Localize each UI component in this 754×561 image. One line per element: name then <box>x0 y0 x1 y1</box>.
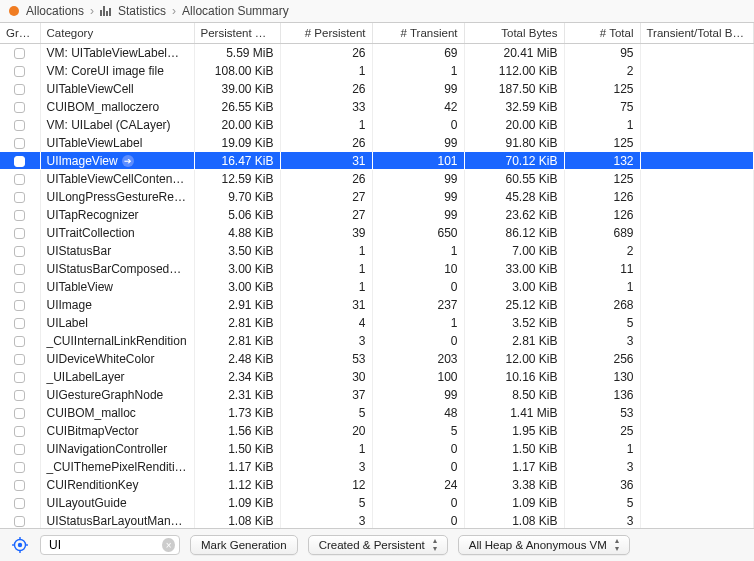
graph-checkbox[interactable] <box>14 66 25 77</box>
graph-cell <box>0 134 40 152</box>
total-bytes-cell: 1.09 KiB <box>464 494 564 512</box>
graph-cell <box>0 458 40 476</box>
mark-generation-button[interactable]: Mark Generation <box>190 535 298 555</box>
table-row[interactable]: UIStatusBarComposedD…3.00 KiB11033.00 Ki… <box>0 260 754 278</box>
graph-cell <box>0 314 40 332</box>
graph-checkbox[interactable] <box>14 390 25 401</box>
col-transient-total[interactable]: Transient/Total Bytes <box>640 23 754 44</box>
graph-checkbox[interactable] <box>14 444 25 455</box>
search-field[interactable]: × <box>40 535 180 555</box>
table-row[interactable]: UILayoutGuide1.09 KiB501.09 KiB5 <box>0 494 754 512</box>
table-row[interactable]: UIStatusBar3.50 KiB117.00 KiB2 <box>0 242 754 260</box>
graph-checkbox[interactable] <box>14 336 25 347</box>
category-cell: _CUIThemePixelRendition <box>40 458 194 476</box>
table-row[interactable]: _CUIThemePixelRendition1.17 KiB301.17 Ki… <box>0 458 754 476</box>
persistent-bytes-cell: 2.81 KiB <box>194 314 280 332</box>
graph-checkbox[interactable] <box>14 156 25 167</box>
graph-checkbox[interactable] <box>14 408 25 419</box>
table-row[interactable]: UIStatusBarLayoutMana…1.08 KiB301.08 KiB… <box>0 512 754 529</box>
heap-select[interactable]: All Heap & Anonymous VM ▴▾ <box>458 535 630 555</box>
category-cell: UIImage <box>40 296 194 314</box>
clear-search-icon[interactable]: × <box>162 538 175 552</box>
search-input[interactable] <box>45 538 162 552</box>
table-row[interactable]: CUIRenditionKey1.12 KiB12243.38 KiB36 <box>0 476 754 494</box>
graph-checkbox[interactable] <box>14 192 25 203</box>
n-transient-cell: 0 <box>372 512 464 529</box>
graph-checkbox[interactable] <box>14 318 25 329</box>
table-row[interactable]: UITableView3.00 KiB103.00 KiB1 <box>0 278 754 296</box>
graph-checkbox[interactable] <box>14 354 25 365</box>
scope-select[interactable]: Created & Persistent ▴▾ <box>308 535 448 555</box>
table-row[interactable]: UIImage2.91 KiB3123725.12 KiB268 <box>0 296 754 314</box>
table-row[interactable]: UITraitCollection4.88 KiB3965086.12 KiB6… <box>0 224 754 242</box>
total-bytes-cell: 23.62 KiB <box>464 206 564 224</box>
table-row[interactable]: UITableViewCellContent…12.59 KiB269960.5… <box>0 170 754 188</box>
graph-cell <box>0 422 40 440</box>
graph-checkbox[interactable] <box>14 228 25 239</box>
table-row[interactable]: CUIBOM_malloczero26.55 KiB334232.59 KiB7… <box>0 98 754 116</box>
graph-cell <box>0 206 40 224</box>
n-transient-cell: 0 <box>372 494 464 512</box>
graph-checkbox[interactable] <box>14 48 25 59</box>
table-row[interactable]: _CUIInternalLinkRendition2.81 KiB302.81 … <box>0 332 754 350</box>
persistent-bytes-cell: 39.00 KiB <box>194 80 280 98</box>
category-label: UITableViewLabel <box>47 136 143 150</box>
graph-checkbox[interactable] <box>14 462 25 473</box>
table-row[interactable]: UITapRecognizer5.06 KiB279923.62 KiB126 <box>0 206 754 224</box>
col-persistent-bytes[interactable]: Persistent B…⌄ <box>194 23 280 44</box>
table-row[interactable]: CUIBitmapVector1.56 KiB2051.95 KiB25 <box>0 422 754 440</box>
breadcrumb-item-2[interactable]: Statistics <box>118 4 166 18</box>
graph-checkbox[interactable] <box>14 498 25 509</box>
graph-checkbox[interactable] <box>14 120 25 131</box>
graph-cell <box>0 80 40 98</box>
graph-checkbox[interactable] <box>14 480 25 491</box>
table-row[interactable]: VM: UILabel (CALayer)20.00 KiB1020.00 Ki… <box>0 116 754 134</box>
graph-cell <box>0 188 40 206</box>
focus-arrow-icon[interactable]: ➔ <box>183 47 194 59</box>
table-row[interactable]: UITableViewCell39.00 KiB2699187.50 KiB12… <box>0 80 754 98</box>
allocation-table-wrap[interactable]: Graph Category Persistent B…⌄ # Persiste… <box>0 23 754 528</box>
persistent-bytes-cell: 9.70 KiB <box>194 188 280 206</box>
col-category[interactable]: Category <box>40 23 194 44</box>
focus-arrow-icon[interactable]: ➔ <box>122 155 134 167</box>
col-n-persistent[interactable]: # Persistent <box>280 23 372 44</box>
persistent-bytes-cell: 5.59 MiB <box>194 44 280 62</box>
total-bytes-cell: 1.95 KiB <box>464 422 564 440</box>
graph-checkbox[interactable] <box>14 372 25 383</box>
table-row[interactable]: VM: UITableViewLabel…➔5.59 MiB266920.41 … <box>0 44 754 62</box>
col-n-transient[interactable]: # Transient <box>372 23 464 44</box>
table-row[interactable]: VM: CoreUI image file108.00 KiB11112.00 … <box>0 62 754 80</box>
col-n-total[interactable]: # Total <box>564 23 640 44</box>
graph-checkbox[interactable] <box>14 282 25 293</box>
graph-checkbox[interactable] <box>14 246 25 257</box>
category-cell: _UILabelLayer <box>40 368 194 386</box>
graph-checkbox[interactable] <box>14 426 25 437</box>
breadcrumb-item-3[interactable]: Allocation Summary <box>182 4 289 18</box>
transient-total-cell <box>640 260 754 278</box>
filter-scope-button[interactable] <box>10 535 30 555</box>
graph-checkbox[interactable] <box>14 174 25 185</box>
graph-checkbox[interactable] <box>14 264 25 275</box>
table-row[interactable]: CUIBOM_malloc1.73 KiB5481.41 MiB53 <box>0 404 754 422</box>
graph-checkbox[interactable] <box>14 516 25 527</box>
table-row[interactable]: UIImageView➔16.47 KiB3110170.12 KiB132 <box>0 152 754 170</box>
table-row[interactable]: UITableViewLabel19.09 KiB269991.80 KiB12… <box>0 134 754 152</box>
table-row[interactable]: UIDeviceWhiteColor2.48 KiB5320312.00 KiB… <box>0 350 754 368</box>
graph-checkbox[interactable] <box>14 210 25 221</box>
persistent-bytes-cell: 3.50 KiB <box>194 242 280 260</box>
graph-checkbox[interactable] <box>14 300 25 311</box>
table-row[interactable]: UILongPressGestureRec…9.70 KiB279945.28 … <box>0 188 754 206</box>
table-row[interactable]: UILabel2.81 KiB413.52 KiB5 <box>0 314 754 332</box>
col-graph[interactable]: Graph <box>0 23 40 44</box>
table-row[interactable]: UINavigationController1.50 KiB101.50 KiB… <box>0 440 754 458</box>
graph-checkbox[interactable] <box>14 138 25 149</box>
breadcrumb-item-1[interactable]: Allocations <box>26 4 84 18</box>
graph-checkbox[interactable] <box>14 102 25 113</box>
graph-checkbox[interactable] <box>14 84 25 95</box>
table-row[interactable]: UIGestureGraphNode2.31 KiB37998.50 KiB13… <box>0 386 754 404</box>
n-persistent-cell: 31 <box>280 152 372 170</box>
n-transient-cell: 100 <box>372 368 464 386</box>
table-row[interactable]: _UILabelLayer2.34 KiB3010010.16 KiB130 <box>0 368 754 386</box>
transient-total-cell <box>640 80 754 98</box>
col-total-bytes[interactable]: Total Bytes <box>464 23 564 44</box>
